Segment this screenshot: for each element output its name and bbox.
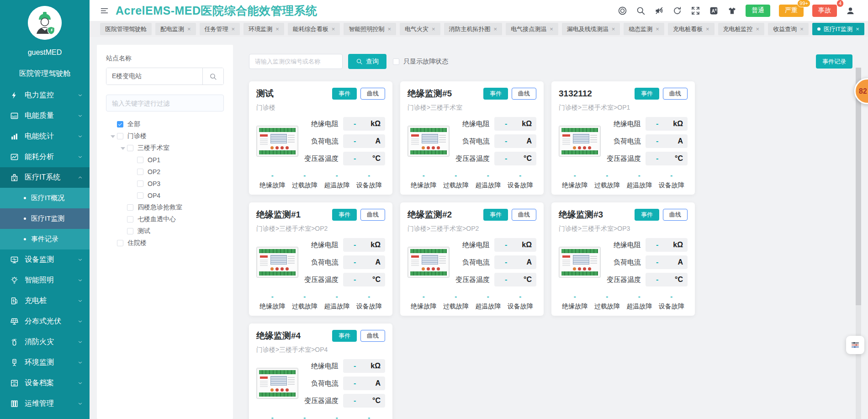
event-button[interactable]: 事件 [635, 209, 659, 221]
close-tab-icon[interactable]: × [656, 26, 659, 32]
event-button[interactable]: 事件 [483, 209, 508, 221]
checkbox-icon[interactable] [393, 58, 399, 65]
sidebar-subitem-4-0[interactable]: 医疗IT概况 [0, 188, 90, 208]
sidebar-item-9[interactable]: 消防火灾 [0, 332, 90, 352]
tree-node-10[interactable]: 住院楼 [106, 237, 224, 249]
fullscreen-icon[interactable] [691, 6, 700, 16]
caret-down-icon[interactable] [109, 133, 117, 140]
tab-5[interactable]: 智能照明控制× [344, 23, 396, 35]
query-button[interactable]: 查询 [348, 54, 386, 69]
tab-2[interactable]: 任务管理× [200, 23, 240, 35]
curve-button[interactable]: 曲线 [360, 330, 385, 342]
tree-checkbox[interactable] [137, 169, 143, 175]
tree-checkbox[interactable] [117, 133, 123, 139]
status-severe-button[interactable]: 严重99+ [779, 5, 804, 17]
tree-checkbox[interactable] [137, 192, 143, 199]
sidebar-item-6[interactable]: 智能照明 [0, 270, 90, 291]
tree-checkbox[interactable] [117, 121, 123, 127]
curve-button[interactable]: 曲线 [663, 88, 688, 100]
tab-0[interactable]: 医院管理驾驶舱 [100, 23, 152, 35]
close-tab-icon[interactable]: × [432, 26, 435, 32]
scrollbar-thumb[interactable] [856, 68, 861, 305]
refresh-icon[interactable] [672, 6, 682, 16]
close-tab-icon[interactable]: × [232, 26, 235, 32]
display-settings-button[interactable] [846, 336, 864, 354]
sidebar-subitem-4-1[interactable]: 医疗IT监测 [0, 208, 90, 229]
close-tab-icon[interactable]: × [612, 26, 615, 32]
close-tab-icon[interactable]: × [550, 26, 553, 32]
tree-checkbox[interactable] [127, 204, 133, 211]
tree-node-8[interactable]: 七楼血透中心 [106, 213, 224, 225]
event-button[interactable]: 事件 [332, 88, 357, 100]
sidebar-item-4[interactable]: 医疗IT系统 [0, 167, 90, 188]
sidebar-item-8[interactable]: 分布式光伏 [0, 311, 90, 332]
sidebar-item-dashboard[interactable]: 医院管理驾驶舱 [0, 69, 90, 79]
sidebar-item-10[interactable]: 环境监测 [0, 352, 90, 373]
close-tab-icon[interactable]: × [856, 26, 859, 32]
curve-button[interactable]: 曲线 [360, 209, 385, 221]
help-icon[interactable] [618, 6, 627, 16]
tree-filter-input[interactable] [106, 95, 224, 111]
tab-7[interactable]: 消防主机拓扑图× [444, 23, 503, 35]
tab-4[interactable]: 能耗综合看板× [288, 23, 340, 35]
monitor-search-input[interactable] [249, 54, 343, 69]
user-icon[interactable] [846, 6, 855, 16]
tree-checkbox[interactable] [137, 180, 143, 187]
tree-node-6[interactable]: OP4 [106, 190, 224, 202]
event-button[interactable]: 事件 [483, 88, 508, 100]
caret-down-icon[interactable] [119, 144, 127, 152]
close-tab-icon[interactable]: × [332, 26, 335, 32]
tree-node-0[interactable]: 全部 [106, 118, 224, 130]
tree-checkbox[interactable] [127, 145, 133, 151]
event-button[interactable]: 事件 [332, 330, 357, 342]
sidebar-item-0[interactable]: 电力监控 [0, 85, 90, 106]
sidebar-item-7[interactable]: 充电桩 [0, 291, 90, 311]
event-record-button[interactable]: 事件记录 [816, 54, 852, 69]
tree-checkbox[interactable] [127, 216, 133, 223]
site-search-button[interactable] [202, 68, 223, 85]
event-button[interactable]: 事件 [332, 209, 357, 221]
tab-8[interactable]: 电气接点测温× [506, 23, 558, 35]
tree-node-5[interactable]: OP3 [106, 178, 224, 190]
event-button[interactable]: 事件 [635, 88, 659, 100]
scrollbar[interactable] [856, 68, 861, 419]
tree-node-9[interactable]: 测试 [106, 225, 224, 237]
tab-1[interactable]: 配电监测× [155, 23, 196, 35]
close-tab-icon[interactable]: × [706, 26, 709, 32]
mute-icon[interactable] [654, 6, 664, 16]
close-tab-icon[interactable]: × [800, 26, 804, 32]
curve-button[interactable]: 曲线 [360, 88, 385, 100]
tree-node-4[interactable]: OP2 [106, 166, 224, 178]
tree-node-7[interactable]: 四楼急诊抢救室 [106, 202, 224, 213]
close-tab-icon[interactable]: × [387, 26, 391, 32]
close-tab-icon[interactable]: × [187, 26, 191, 32]
translate-icon[interactable] [709, 6, 719, 16]
tab-12[interactable]: 充电桩监控× [718, 23, 765, 35]
avatar[interactable] [28, 6, 62, 40]
theme-icon[interactable] [727, 6, 737, 16]
tab-14[interactable]: 医疗IT监测× [812, 23, 864, 35]
sidebar-item-12[interactable]: 运维管理 [0, 393, 90, 414]
tab-3[interactable]: 环境监测× [243, 23, 284, 35]
curve-button[interactable]: 曲线 [512, 209, 536, 221]
curve-button[interactable]: 曲线 [512, 88, 536, 100]
close-tab-icon[interactable]: × [756, 26, 760, 32]
sidebar-item-2[interactable]: 电能统计 [0, 126, 90, 147]
sidebar-subitem-4-2[interactable]: 事件记录 [0, 229, 90, 249]
site-name-input[interactable] [106, 68, 202, 85]
tree-node-3[interactable]: OP1 [106, 154, 224, 166]
status-normal-button[interactable]: 普通 [746, 5, 770, 17]
sidebar-item-5[interactable]: 设备监测 [0, 249, 90, 270]
tree-checkbox[interactable] [127, 228, 133, 234]
tab-6[interactable]: 电气火灾× [400, 23, 440, 35]
close-tab-icon[interactable]: × [494, 26, 498, 32]
tab-11[interactable]: 充电桩看板× [668, 23, 715, 35]
sidebar-item-3[interactable]: 能耗分析 [0, 147, 90, 167]
tree-node-1[interactable]: 门诊楼 [106, 130, 224, 142]
tab-13[interactable]: 收益查询× [768, 23, 809, 35]
search-icon[interactable] [636, 6, 646, 16]
curve-button[interactable]: 曲线 [663, 209, 688, 221]
sidebar-item-1[interactable]: 电能质量 [0, 106, 90, 126]
fault-only-checkbox[interactable]: 只显示故障状态 [393, 58, 448, 66]
tree-checkbox[interactable] [137, 157, 143, 163]
